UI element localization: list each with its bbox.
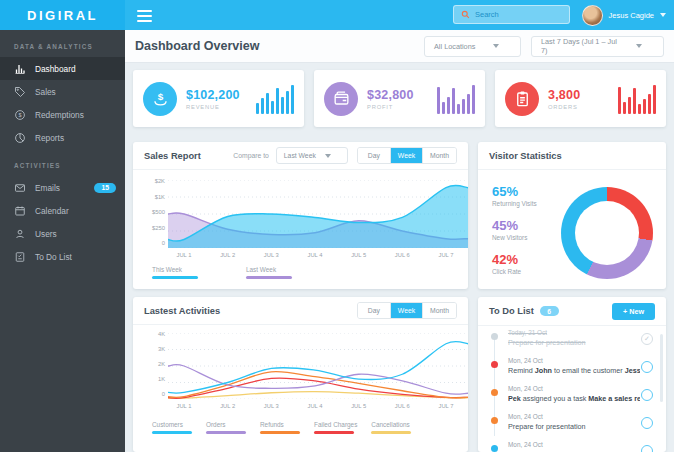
sidebar-item-to-do-list[interactable]: To Do List: [0, 245, 125, 268]
x-tick-label: JUL 5: [342, 403, 376, 409]
legend-swatch: [152, 431, 192, 434]
y-tick-label: $1K: [155, 193, 165, 199]
x-tick-label: JUL 2: [211, 403, 245, 409]
legend-item-failed-charges: Failed Charges: [314, 421, 357, 434]
sidebar-item-label: Redemptions: [35, 110, 84, 120]
sidebar-section-label: Data & Analytics: [0, 30, 125, 57]
metric-label: New Visitors: [492, 234, 537, 241]
user-icon: [14, 228, 26, 240]
y-tick-label: 4K: [158, 331, 165, 337]
mini-bar-chart: [256, 84, 294, 114]
sidebar-item-label: Sales: [35, 87, 56, 97]
sales-toggle-day[interactable]: Day: [358, 148, 390, 163]
legend-label: Refunds: [260, 421, 300, 428]
todo-task-text: Remind John to email the customer Jessie…: [508, 366, 640, 375]
sales-period-toggle: DayWeekMonth: [357, 147, 457, 164]
todo-task-text: Pek assigned you a task Make a sales rep…: [508, 394, 640, 403]
sidebar-item-calendar[interactable]: Calendar: [0, 199, 125, 222]
location-filter-value: All Locations: [434, 42, 475, 51]
todo-task-text: Prepare for presentation: [508, 422, 640, 431]
x-tick-label: JUL 4: [298, 403, 332, 409]
user-menu[interactable]: Jesus Cagide: [582, 0, 666, 30]
svg-text:$: $: [157, 91, 163, 102]
search-input[interactable]: Search: [475, 10, 499, 19]
todo-item: Mon, 24 OctPrepare for presentation: [478, 438, 666, 452]
sidebar-item-reports[interactable]: Reports: [0, 126, 125, 149]
stat-value: 3,800: [548, 88, 580, 102]
sales-toggle-week[interactable]: Week: [390, 148, 422, 163]
y-tick-label: 0: [162, 240, 165, 246]
search-box[interactable]: Search: [453, 5, 570, 24]
y-axis-labels: 4K3K2K1K0: [141, 333, 165, 399]
line-series-failed-charges: [168, 378, 468, 398]
todo-checkbox[interactable]: [641, 417, 653, 429]
todo-checkbox[interactable]: [641, 361, 653, 373]
mini-bar: [261, 98, 264, 114]
sales-report-card: Sales Report Compare to Last Week DayWee…: [133, 142, 468, 289]
todo-checkbox[interactable]: [641, 389, 653, 401]
sidebar-item-label: Reports: [35, 133, 64, 143]
sidebar-item-emails[interactable]: Emails15: [0, 176, 125, 199]
chevron-down-icon: [493, 44, 499, 48]
menu-icon[interactable]: [137, 10, 152, 25]
location-filter[interactable]: All Locations: [424, 36, 521, 57]
date-range-value: Last 7 Days (Jul 1 – Jul 7): [541, 37, 624, 55]
mini-bar: [623, 102, 626, 114]
activities-toggle-week[interactable]: Week: [390, 303, 422, 318]
metric-value: 45%: [492, 218, 537, 233]
x-tick-label: JUL 6: [385, 252, 419, 258]
chart-plot: [168, 333, 468, 403]
legend-swatch: [246, 276, 292, 279]
mini-bar: [286, 91, 289, 114]
mini-bar: [271, 101, 274, 114]
x-tick-label: JUL 6: [385, 403, 419, 409]
todo-item: Today, 21 OctPrepare for presentation✓: [478, 326, 666, 354]
y-tick-label: $250: [152, 224, 165, 230]
orders-icon: [505, 82, 539, 116]
chevron-down-icon: [660, 13, 666, 17]
sales-toggle-month[interactable]: Month: [422, 148, 456, 163]
y-tick-label: 1K: [158, 376, 165, 382]
stat-card-profit: $32,800PROFIT: [314, 70, 485, 127]
legend-swatch: [206, 431, 246, 434]
stat-value: $32,800: [367, 88, 414, 102]
pie-icon: [14, 132, 26, 144]
tag-icon: [14, 86, 26, 98]
stat-label: REVENUE: [186, 104, 240, 110]
visitor-statistics-title: Visitor Statistics: [489, 151, 562, 161]
x-tick-label: JUL 3: [254, 403, 288, 409]
metric-value: 42%: [492, 252, 537, 267]
mini-bar: [256, 103, 259, 114]
compare-select[interactable]: Last Week: [276, 147, 348, 164]
chart-canvas: [168, 180, 468, 248]
x-tick-label: JUL 2: [211, 252, 245, 258]
todo-status-dot: [491, 333, 498, 340]
todo-status-dot: [491, 445, 498, 452]
new-task-button[interactable]: + New: [612, 303, 655, 320]
toolbar: Dashboard Overview All Locations Last 7 …: [125, 30, 674, 63]
sidebar-item-label: To Do List: [35, 252, 72, 262]
todo-checkbox[interactable]: [641, 445, 653, 452]
legend-label: Cancellations: [371, 421, 411, 428]
sidebar-item-users[interactable]: Users: [0, 222, 125, 245]
activities-toggle-day[interactable]: Day: [358, 303, 390, 318]
todo-checkbox[interactable]: ✓: [641, 333, 653, 345]
mini-bar: [266, 93, 269, 114]
y-tick-label: $500: [152, 209, 165, 215]
todo-icon: [14, 251, 26, 263]
sidebar-item-dashboard[interactable]: Dashboard: [0, 57, 125, 80]
x-tick-label: JUL 7: [429, 252, 463, 258]
legend-swatch: [260, 431, 300, 434]
mini-bar: [276, 88, 279, 114]
activities-toggle-month[interactable]: Month: [422, 303, 456, 318]
x-axis-labels: JUL 1JUL 2JUL 3JUL 4JUL 5JUL 6JUL 7: [168, 252, 468, 261]
todo-body: Today, 21 OctPrepare for presentation: [508, 329, 640, 347]
user-name: Jesus Cagide: [609, 11, 654, 20]
mini-bar: [628, 97, 631, 114]
sidebar-item-sales[interactable]: Sales: [0, 80, 125, 103]
date-range-filter[interactable]: Last 7 Days (Jul 1 – Jul 7): [531, 36, 664, 57]
sidebar-item-redemptions[interactable]: $Redemptions: [0, 103, 125, 126]
y-tick-label: 0: [162, 391, 165, 397]
chart-legend: CustomersOrdersRefundsFailed ChargesCanc…: [152, 421, 411, 434]
wallet-icon: [324, 82, 358, 116]
